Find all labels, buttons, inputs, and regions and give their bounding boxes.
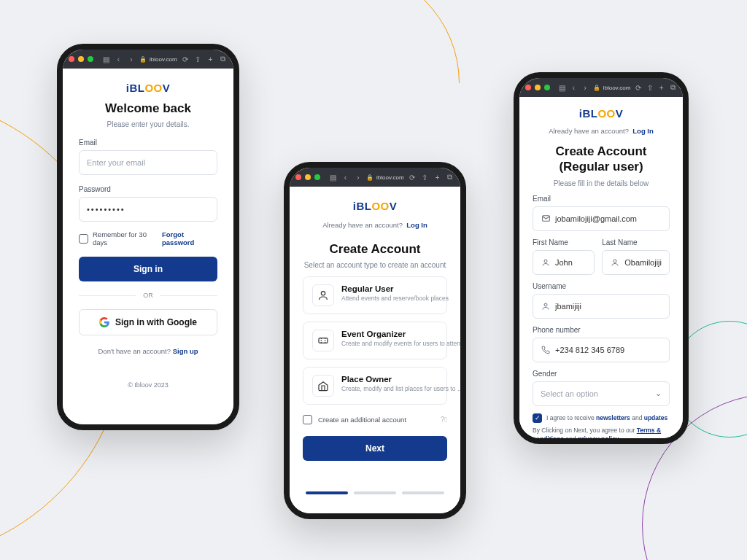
progress-indicator: [303, 491, 447, 494]
page-title: Create Account: [303, 242, 447, 257]
brand-logo: iBLOOV: [533, 107, 670, 120]
login-prompt: Already have an account? Log In: [533, 127, 670, 135]
svg-point-5: [544, 303, 547, 306]
chevron-down-icon: ⌄: [655, 389, 662, 398]
google-signin-button[interactable]: Sign in with Google: [79, 309, 217, 335]
login-link[interactable]: Log In: [406, 221, 427, 229]
additional-account-checkbox[interactable]: Create an additional account ?⃝: [303, 415, 447, 424]
page-subtitle: Please enter your details.: [79, 120, 217, 128]
gender-select[interactable]: Select an option ⌄: [533, 381, 670, 406]
lastname-input[interactable]: Obamilojiji: [602, 250, 670, 275]
google-icon: [99, 317, 109, 327]
signup-prompt: Don't have an account? Sign up: [79, 347, 217, 355]
page-subtitle: Please fill in the details below: [533, 179, 670, 187]
sidebar-icon[interactable]: ▤: [101, 55, 110, 63]
user-icon: [610, 257, 620, 268]
tabs-icon[interactable]: ⧉: [669, 83, 677, 92]
sidebar-icon[interactable]: ▤: [328, 174, 337, 182]
checkbox-icon: [533, 413, 542, 423]
window-controls[interactable]: [525, 85, 550, 90]
browser-toolbar: ▤ ‹ › 🔒ibloov.com ⟳ ⇧ + ⧉: [63, 50, 233, 69]
user-icon: [541, 301, 551, 311]
forgot-password-link[interactable]: Forgot password: [162, 230, 217, 246]
svg-rect-1: [319, 338, 328, 343]
forward-icon[interactable]: ›: [127, 55, 136, 63]
terms-text: By Clicking on Next, you agree to our Te…: [533, 426, 670, 445]
phone-input[interactable]: +234 812 345 6789: [533, 338, 670, 362]
back-icon[interactable]: ‹: [570, 84, 578, 92]
address-bar[interactable]: 🔒ibloov.com: [366, 174, 404, 181]
username-label: Username: [533, 282, 670, 290]
login-prompt: Already have an account? Log In: [303, 221, 447, 229]
share-icon[interactable]: ⇧: [646, 84, 654, 92]
phone-icon: [541, 345, 551, 355]
firstname-input[interactable]: John: [533, 250, 595, 275]
reload-icon[interactable]: ⟳: [181, 55, 190, 63]
svg-point-3: [544, 260, 547, 262]
firstname-label: First Name: [533, 238, 595, 246]
mail-icon: [541, 214, 551, 224]
new-tab-icon[interactable]: +: [433, 174, 441, 182]
checkbox-icon: [79, 234, 88, 244]
password-input[interactable]: •••••••••: [79, 197, 217, 222]
email-label: Email: [533, 195, 670, 203]
address-bar[interactable]: 🔒ibloov.com: [139, 56, 177, 63]
option-event-organizer[interactable]: Event Organizer Create and modify events…: [303, 322, 447, 359]
forward-icon[interactable]: ›: [581, 84, 589, 92]
copyright: © Ibloov 2023: [79, 381, 217, 389]
account-type-screen: ▤ ‹ › 🔒ibloov.com ⟳ ⇧ + ⧉ iBLOOV Already…: [284, 162, 466, 519]
tabs-icon[interactable]: ⧉: [446, 173, 454, 182]
svg-point-4: [614, 260, 616, 262]
new-tab-icon[interactable]: +: [657, 84, 665, 92]
phone-label: Phone number: [533, 326, 670, 334]
browser-toolbar: ▤ ‹ › 🔒ibloov.com ⟳ ⇧ + ⧉: [290, 168, 460, 187]
next-button[interactable]: Next: [303, 436, 447, 461]
password-label: Password: [79, 185, 217, 193]
login-link[interactable]: Log In: [632, 127, 654, 135]
signin-screen: ▤ ‹ › 🔒ibloov.com ⟳ ⇧ + ⧉ iBLOOV Welcome…: [57, 44, 239, 430]
help-icon[interactable]: ?⃝: [441, 416, 447, 424]
reload-icon[interactable]: ⟳: [634, 84, 642, 92]
email-label: Email: [79, 139, 217, 147]
lock-icon: 🔒: [366, 174, 374, 181]
back-icon[interactable]: ‹: [341, 174, 349, 182]
page-title: Welcome back: [79, 101, 217, 116]
window-controls[interactable]: [295, 174, 320, 180]
gender-label: Gender: [533, 370, 670, 378]
window-controls[interactable]: [69, 56, 93, 62]
newsletter-checkbox[interactable]: I agree to receive newsletters and updat…: [533, 413, 670, 423]
option-place-owner[interactable]: Place Owner Create, modify and list plac…: [303, 367, 447, 405]
reload-icon[interactable]: ⟳: [408, 174, 417, 182]
share-icon[interactable]: ⇧: [193, 55, 202, 63]
address-bar[interactable]: 🔒ibloov.com: [593, 85, 631, 91]
back-icon[interactable]: ‹: [114, 55, 123, 63]
option-regular-user[interactable]: Regular User Attend events and reserve/b…: [303, 276, 447, 314]
signin-button[interactable]: Sign in: [79, 257, 217, 281]
privacy-link[interactable]: privacy policy: [578, 435, 619, 443]
brand-logo: iBLOOV: [79, 82, 217, 94]
email-input[interactable]: Enter your email: [79, 150, 217, 175]
share-icon[interactable]: ⇧: [420, 174, 429, 182]
create-account-screen: ▤ ‹ › 🔒ibloov.com ⟳ ⇧ + ⧉ iBLOOV Already…: [514, 72, 689, 444]
lock-icon: 🔒: [593, 85, 600, 91]
ticket-icon: [312, 330, 334, 351]
user-icon: [541, 257, 551, 268]
new-tab-icon[interactable]: +: [206, 55, 214, 63]
tabs-icon[interactable]: ⧉: [219, 55, 228, 63]
remember-checkbox[interactable]: Remember for 30 days: [79, 230, 162, 246]
lock-icon: 🔒: [139, 56, 147, 63]
username-input[interactable]: jbamijiji: [533, 294, 670, 319]
user-icon: [312, 284, 334, 306]
svg-point-0: [321, 292, 325, 295]
email-input[interactable]: jobamilojiji@gmail.com: [533, 206, 670, 231]
lastname-label: Last Name: [602, 238, 670, 246]
signup-link[interactable]: Sign up: [173, 347, 198, 355]
sidebar-icon[interactable]: ▤: [558, 84, 566, 92]
page-title: Create Account(Regular user): [533, 144, 670, 175]
page-subtitle: Select an account type to create an acco…: [303, 261, 447, 269]
browser-toolbar: ▤ ‹ › 🔒ibloov.com ⟳ ⇧ + ⧉: [519, 78, 683, 97]
divider: OR: [79, 292, 217, 299]
checkbox-icon: [303, 415, 312, 424]
forward-icon[interactable]: ›: [354, 174, 363, 182]
home-icon: [312, 375, 334, 397]
